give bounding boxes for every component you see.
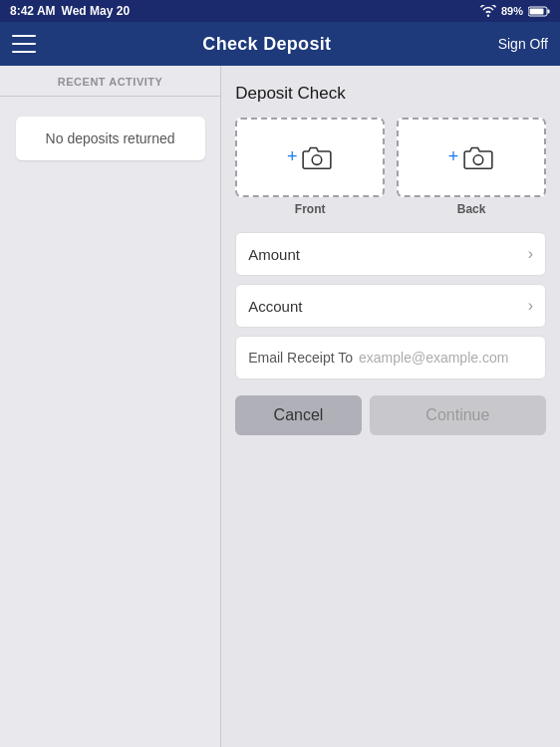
- back-plus-icon: +: [448, 146, 459, 167]
- deposit-check-title: Deposit Check: [235, 84, 546, 104]
- action-row: Cancel Continue: [235, 395, 546, 435]
- sign-off-button[interactable]: Sign Off: [498, 36, 548, 52]
- left-panel: RECENT ACTIVITY No deposits returned: [0, 66, 221, 747]
- account-label: Account: [248, 298, 302, 315]
- main-layout: RECENT ACTIVITY No deposits returned Dep…: [0, 66, 560, 747]
- wifi-icon: [480, 5, 496, 17]
- back-camera-icon: [462, 144, 494, 170]
- camera-row: + Front + Back: [235, 118, 546, 216]
- continue-button[interactable]: Continue: [370, 395, 546, 435]
- no-deposits-text: No deposits returned: [16, 117, 205, 160]
- front-camera-icon: [301, 144, 333, 170]
- svg-point-3: [313, 155, 323, 165]
- svg-point-4: [474, 155, 484, 165]
- back-label: Back: [457, 202, 486, 216]
- front-camera-button[interactable]: +: [235, 118, 385, 197]
- status-bar: 8:42 AM Wed May 20 89%: [0, 0, 560, 22]
- svg-rect-1: [548, 9, 550, 13]
- email-receipt-label: Email Receipt To: [248, 350, 353, 366]
- date: Wed May 20: [62, 4, 130, 18]
- battery-icon: [528, 6, 550, 17]
- battery-percentage: 89%: [501, 5, 523, 17]
- svg-rect-2: [530, 8, 544, 14]
- front-label: Front: [295, 202, 326, 216]
- back-camera-box: + Back: [397, 118, 546, 216]
- time: 8:42 AM: [10, 4, 56, 18]
- back-camera-button[interactable]: +: [397, 118, 546, 197]
- nav-bar: Check Deposit Sign Off: [0, 22, 560, 66]
- amount-chevron-icon: ›: [528, 245, 533, 263]
- right-panel: Deposit Check + Front +: [221, 66, 560, 747]
- front-plus-icon: +: [287, 146, 298, 167]
- no-deposits-area: No deposits returned: [0, 97, 220, 747]
- front-camera-box: + Front: [235, 118, 385, 216]
- nav-title: Check Deposit: [202, 34, 331, 55]
- menu-icon[interactable]: [12, 35, 36, 53]
- account-field[interactable]: Account ›: [235, 284, 546, 328]
- cancel-button[interactable]: Cancel: [235, 395, 362, 435]
- recent-activity-header: RECENT ACTIVITY: [0, 66, 220, 97]
- status-bar-left: 8:42 AM Wed May 20: [10, 4, 130, 18]
- email-receipt-row: Email Receipt To: [235, 336, 546, 379]
- account-chevron-icon: ›: [528, 297, 533, 315]
- amount-field[interactable]: Amount ›: [235, 232, 546, 276]
- email-input[interactable]: [359, 350, 533, 366]
- status-bar-right: 89%: [480, 5, 550, 17]
- amount-label: Amount: [248, 246, 300, 263]
